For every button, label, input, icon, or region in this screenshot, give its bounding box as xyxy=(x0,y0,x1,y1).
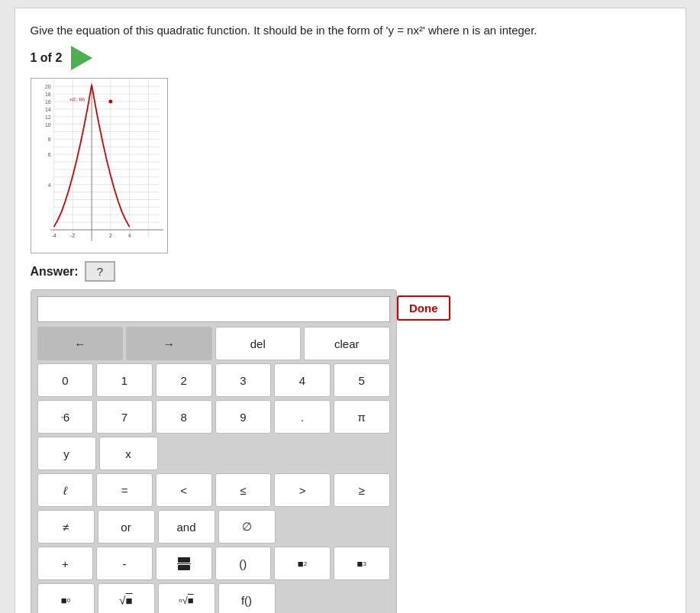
key-dot-button[interactable]: . xyxy=(274,400,331,434)
svg-text:16: 16 xyxy=(45,99,51,105)
right-arrow-button[interactable]: → xyxy=(126,327,212,360)
key-lt-button[interactable]: < xyxy=(156,473,212,507)
kb-row-vars: y x xyxy=(37,437,390,470)
svg-text:-4: -4 xyxy=(51,233,56,238)
svg-point-42 xyxy=(108,99,112,103)
progress-label: 1 of 2 xyxy=(31,51,63,65)
answer-box[interactable]: ? xyxy=(85,261,115,282)
key-and-button[interactable]: and xyxy=(158,510,215,544)
problem-text: Give the equation of this quadratic func… xyxy=(31,22,670,38)
key-3-button[interactable]: 3 xyxy=(215,363,272,397)
svg-text:12: 12 xyxy=(45,115,51,120)
left-arrow-button[interactable]: ← xyxy=(37,327,124,360)
key-x-button[interactable]: x xyxy=(99,437,158,470)
clear-button[interactable]: clear xyxy=(304,327,390,360)
svg-text:20: 20 xyxy=(45,84,51,89)
kb-row-digits2: -6 7 8 9 . π xyxy=(37,400,390,434)
key-8-button[interactable]: 8 xyxy=(156,400,212,434)
svg-text:10: 10 xyxy=(45,122,51,127)
key-parens-button[interactable]: () xyxy=(215,547,272,580)
kb-row-compare: ℓ = < ≤ > ≥ xyxy=(37,473,390,507)
svg-text:4: 4 xyxy=(127,233,131,238)
input-display[interactable] xyxy=(37,296,390,322)
key-square-button[interactable]: ■2 xyxy=(274,547,331,580)
done-button[interactable]: Done xyxy=(397,295,450,321)
key-9-button[interactable]: 9 xyxy=(215,400,272,434)
key-sqrt-button[interactable]: √■ xyxy=(98,583,155,613)
kb-row-nav: ← → del clear xyxy=(37,327,390,360)
next-arrow-icon[interactable] xyxy=(71,46,92,70)
key-pi-button[interactable]: π xyxy=(334,400,390,434)
answer-label: Answer: xyxy=(31,265,79,279)
svg-text:-2: -2 xyxy=(70,233,75,238)
key-gt-button[interactable]: > xyxy=(274,473,331,507)
svg-text:6: 6 xyxy=(47,152,50,157)
key-neq-button[interactable]: ≠ xyxy=(37,510,95,544)
svg-text:8: 8 xyxy=(47,137,50,142)
key-func-button[interactable]: f() xyxy=(218,583,276,613)
key-nroot-button[interactable]: n√■ xyxy=(158,583,215,613)
svg-text:14: 14 xyxy=(45,107,51,112)
key-neg6-button[interactable]: -6 xyxy=(37,400,94,434)
answer-row: Answer: ? xyxy=(31,261,670,282)
key-4-button[interactable]: 4 xyxy=(274,363,331,397)
key-2-button[interactable]: 2 xyxy=(156,363,212,397)
key-fraction-button[interactable] xyxy=(156,547,212,580)
kb-row-digits1: 0 1 2 3 4 5 xyxy=(37,363,390,397)
key-1-button[interactable]: 1 xyxy=(96,363,153,397)
key-l-button[interactable]: ℓ xyxy=(37,473,94,507)
key-0-button[interactable]: 0 xyxy=(37,363,94,397)
main-container: Give the equation of this quadratic func… xyxy=(15,8,686,613)
key-minus-button[interactable]: - xyxy=(96,547,153,580)
kb-row-ops: + - () ■2 ■3 xyxy=(37,547,390,580)
key-or-button[interactable]: or xyxy=(98,510,155,544)
svg-text:4: 4 xyxy=(47,182,50,188)
key-power0-button[interactable]: ■0 xyxy=(37,583,95,613)
delete-button[interactable]: del xyxy=(215,327,302,360)
kb-row-adv: ■0 √■ n√■ f() xyxy=(37,583,390,613)
key-empty-button[interactable]: ∅ xyxy=(218,510,276,544)
key-cube-button[interactable]: ■3 xyxy=(334,547,390,580)
key-gte-button[interactable]: ≥ xyxy=(334,473,390,507)
kb-row-logic: ≠ or and ∅ xyxy=(37,510,390,544)
keyboard-container: ← → del clear 0 1 2 3 4 5 -6 7 8 9 . xyxy=(31,289,397,613)
keyboard-wrapper: ← → del clear 0 1 2 3 4 5 -6 7 8 9 . xyxy=(31,289,397,613)
progress-row: 1 of 2 xyxy=(31,46,670,70)
key-lte-button[interactable]: ≤ xyxy=(215,473,272,507)
key-equals-button[interactable]: = xyxy=(96,473,153,507)
key-5-button[interactable]: 5 xyxy=(334,363,390,397)
key-plus-button[interactable]: + xyxy=(37,547,94,580)
graph-svg: 20 18 16 +(2, 16) 14 12 10 8 6 4 -4 -2 2… xyxy=(31,79,167,253)
svg-text:2: 2 xyxy=(108,233,111,238)
key-7-button[interactable]: 7 xyxy=(96,400,153,434)
svg-text:+(2, 16): +(2, 16) xyxy=(69,97,85,102)
svg-text:18: 18 xyxy=(45,92,51,97)
graph-area: 20 18 16 +(2, 16) 14 12 10 8 6 4 -4 -2 2… xyxy=(31,78,168,253)
key-y-button[interactable]: y xyxy=(37,437,96,470)
